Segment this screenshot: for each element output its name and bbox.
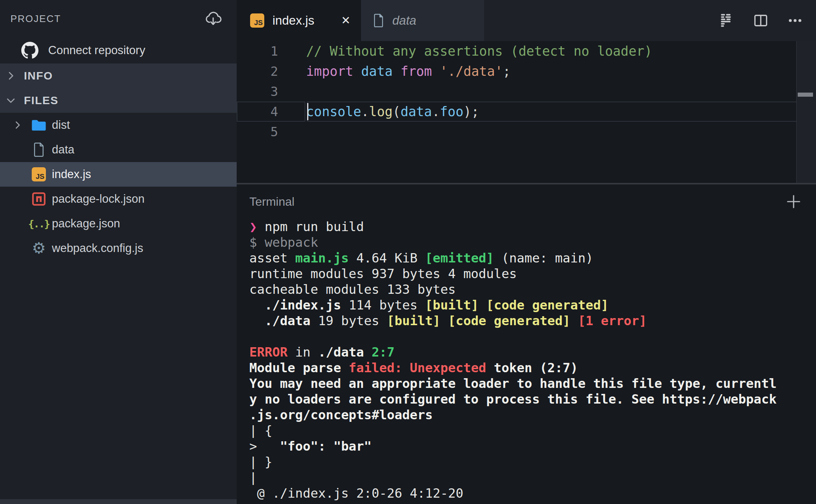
file-label: data [52,143,74,156]
file-item-package-lock-json[interactable]: package-lock.json [0,187,237,211]
file-icon [373,14,384,27]
sidebar-footer [0,499,237,504]
terminal-line: ./index.js 114 bytes [built] [code gener… [249,297,816,313]
project-header: PROJECT [0,0,237,37]
project-label: PROJECT [10,13,61,25]
chevron-right-icon [10,118,25,132]
terminal-line: ❯ npm run build [249,219,816,234]
npm-icon [31,192,46,206]
folder-icon [31,118,46,133]
connect-repository-label: Connect repository [48,44,145,57]
terminal-header: Terminal [237,184,816,219]
terminal-line: asset main.js 4.64 KiB [emitted] (name: … [249,250,816,266]
file-label: dist [52,118,70,132]
terminal-line: | [249,470,816,485]
tab-bar: JS index.js ✕ data [237,0,816,41]
code-line: 4console.log(data.foo); [237,102,816,122]
more-options-icon[interactable] [787,12,803,29]
terminal-line: | } [249,454,816,470]
new-terminal-plus-icon[interactable] [785,193,803,211]
download-project-icon[interactable] [205,10,222,27]
editor-scrollbar[interactable] [796,41,816,183]
js-icon: JS [31,167,46,182]
section-label: FILES [24,94,59,107]
tab-index-js[interactable]: JS index.js ✕ [237,0,361,41]
file-item-webpack-config-js[interactable]: ⚙ webpack.config.js [0,236,237,261]
code-line: 2import data from './data'; [237,61,816,81]
code-lines: 1// Without any assertions (detect no lo… [237,41,816,142]
github-icon [21,42,38,59]
terminal-line: @ ./index.js 2:0-26 4:12-20 [249,485,816,501]
braces-icon: {..} [31,216,46,231]
sidebar-section-info[interactable]: INFO [0,63,237,88]
file-item-data[interactable]: data [0,137,237,162]
close-tab-icon[interactable]: ✕ [341,15,351,26]
file-item-dist[interactable]: dist [0,113,237,137]
terminal-panel[interactable]: Terminal ❯ npm run build$ webpackasset m… [237,184,816,504]
editor-actions [718,0,816,41]
terminal-line: runtime modules 937 bytes 4 modules [249,266,816,281]
js-icon: JS [250,13,264,28]
tab-label: index.js [272,13,314,28]
terminal-line: $ webpack [249,234,816,250]
terminal-line: Module parse failed: Unexpected token (2… [249,360,816,376]
file-label: package.json [52,217,120,230]
tab-label: data [392,13,416,28]
terminal-line: You may need an appropriate loader to ha… [249,376,816,391]
tab-data[interactable]: data [361,0,484,41]
terminal-line [249,329,816,344]
sidebar-section-files[interactable]: FILES [0,88,237,113]
file-item-package-json[interactable]: {..} package.json [0,211,237,236]
split-editor-icon[interactable] [753,12,769,29]
terminal-line: .js.org/concepts#loaders [249,407,816,423]
section-label: INFO [24,69,53,82]
file-item-index-js[interactable]: JS index.js [0,162,237,187]
file-icon [31,142,46,157]
terminal-line: | { [249,423,816,438]
file-label: index.js [52,168,91,181]
chevron-right-icon [4,69,18,83]
terminal-line: ./data 19 bytes [built] [code generated]… [249,313,816,329]
connect-repository-button[interactable]: Connect repository [0,37,237,63]
app-window: PROJECT Connect repository [0,0,816,504]
terminal-output: ❯ npm run build$ webpackasset main.js 4.… [237,219,816,501]
terminal-line: cacheable modules 133 bytes [249,281,816,297]
file-tree: dist data JS index.js package-lock.json [0,113,237,261]
prettier-format-icon[interactable] [718,12,735,29]
overview-ruler-cursor-mark [798,93,813,97]
file-label: package-lock.json [52,192,144,206]
terminal-line: > "foo": "bar" [249,438,816,454]
terminal-title: Terminal [249,195,295,209]
terminal-line: y no loaders are configured to process t… [249,391,816,407]
code-line: 5 [237,122,816,142]
terminal-line: ERROR in ./data 2:7 [249,344,816,360]
file-label: webpack.config.js [52,242,143,255]
chevron-down-icon [4,93,18,108]
gear-icon: ⚙ [31,241,46,256]
code-line: 1// Without any assertions (detect no lo… [237,41,816,61]
code-line: 3 [237,81,816,102]
sidebar: PROJECT Connect repository [0,0,237,504]
code-editor[interactable]: 1// Without any assertions (detect no lo… [237,41,816,183]
